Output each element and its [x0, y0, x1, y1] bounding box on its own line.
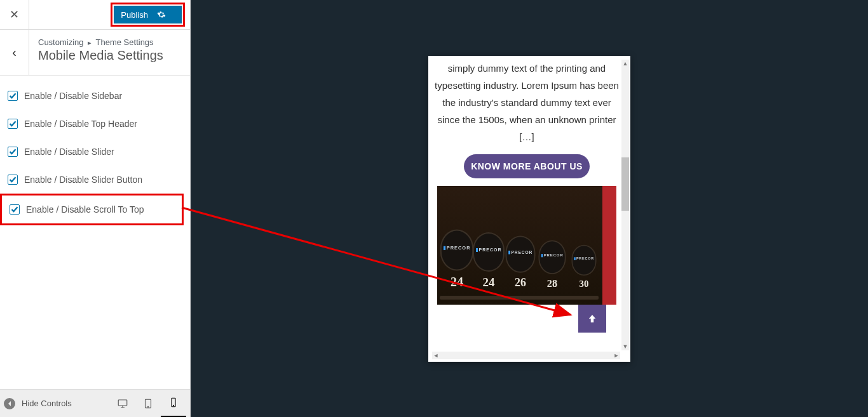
- svg-point-2: [148, 406, 149, 407]
- publish-label: Publish: [121, 10, 148, 20]
- mobile-preview-content[interactable]: simply dummy text of the printing and ty…: [433, 60, 620, 350]
- publish-button[interactable]: Publish: [114, 6, 182, 23]
- crumb-parent: Theme Settings: [96, 37, 154, 47]
- know-more-button[interactable]: KNOW MORE ABOUT US: [464, 154, 590, 178]
- device-tablet-button[interactable]: [135, 390, 161, 418]
- option-label: Enable / Disable Scroll To Top: [26, 204, 144, 215]
- svg-rect-0: [118, 400, 127, 406]
- crumb-root: Customizing: [38, 37, 84, 47]
- chevron-right-icon: ▸: [88, 39, 92, 46]
- breadcrumb-text: Customizing ▸ Theme Settings Mobile Medi…: [29, 30, 172, 75]
- hide-controls-label: Hide Controls: [22, 399, 72, 408]
- mobile-icon: [168, 397, 179, 408]
- mobile-preview-frame: simply dummy text of the printing and ty…: [428, 56, 630, 362]
- checkbox-checked-icon[interactable]: [8, 119, 18, 129]
- scroll-right-icon[interactable]: ►: [613, 352, 620, 359]
- checkbox-checked-icon[interactable]: [8, 175, 18, 185]
- checkbox-checked-icon[interactable]: [8, 147, 18, 157]
- device-preview-switch: [110, 390, 186, 418]
- chevron-left-icon: ‹: [12, 45, 17, 60]
- scroll-down-icon[interactable]: ▼: [621, 343, 629, 350]
- options-list: Enable / Disable Sidebar Enable / Disabl…: [0, 76, 190, 225]
- gear-icon[interactable]: [157, 10, 166, 19]
- checkbox-checked-icon[interactable]: [10, 204, 20, 215]
- option-label: Enable / Disable Sidebar: [24, 91, 122, 101]
- scroll-left-icon[interactable]: ◄: [432, 352, 440, 359]
- preview-area: simply dummy text of the printing and ty…: [191, 0, 868, 417]
- close-icon: ✕: [10, 8, 19, 22]
- vertical-scrollbar[interactable]: ▲ ▼: [621, 60, 629, 350]
- horizontal-scrollbar[interactable]: ◄ ►: [432, 352, 620, 359]
- arrow-up-icon: [587, 312, 598, 325]
- scrollbar-thumb[interactable]: [621, 157, 629, 211]
- checkbox-checked-icon[interactable]: [8, 91, 18, 101]
- svg-point-4: [173, 405, 174, 406]
- breadcrumb-trail: Customizing ▸ Theme Settings: [38, 37, 163, 47]
- option-enable-slider[interactable]: Enable / Disable Slider: [8, 138, 190, 166]
- desktop-icon: [117, 398, 128, 409]
- scroll-up-icon[interactable]: ▲: [621, 60, 629, 67]
- about-paragraph: simply dummy text of the printing and ty…: [433, 60, 620, 150]
- rack-bar: [440, 296, 599, 300]
- customizer-footer: Hide Controls: [0, 389, 190, 417]
- device-desktop-button[interactable]: [110, 390, 135, 418]
- collapse-left-icon: [4, 398, 15, 409]
- option-enable-slider-button[interactable]: Enable / Disable Slider Button: [8, 166, 190, 194]
- option-enable-scroll-to-top[interactable]: Enable / Disable Scroll To Top: [10, 195, 182, 223]
- option-label: Enable / Disable Slider Button: [24, 175, 142, 185]
- about-image: PRECOR24 PRECOR24 PRECOR26 PRECOR28 PREC…: [437, 186, 616, 305]
- option-label: Enable / Disable Slider: [24, 147, 114, 157]
- hide-controls-button[interactable]: Hide Controls: [4, 398, 110, 409]
- option-label: Enable / Disable Top Header: [24, 119, 137, 129]
- option-highlight-box: Enable / Disable Scroll To Top: [0, 194, 184, 225]
- back-button[interactable]: ‹: [0, 30, 29, 75]
- page-title: Mobile Media Settings: [38, 48, 163, 63]
- tablet-icon: [142, 398, 154, 409]
- device-mobile-button[interactable]: [161, 390, 186, 418]
- publish-highlight-box: Publish: [111, 3, 185, 27]
- customizer-sidebar: ✕ Publish ‹ Customizing ▸ Theme Settings…: [0, 0, 191, 417]
- option-enable-top-header[interactable]: Enable / Disable Top Header: [8, 110, 190, 138]
- option-enable-sidebar[interactable]: Enable / Disable Sidebar: [8, 82, 190, 110]
- customizer-topbar: ✕ Publish: [0, 0, 190, 30]
- scroll-to-top-button[interactable]: [578, 305, 606, 333]
- breadcrumb-row: ‹ Customizing ▸ Theme Settings Mobile Me…: [0, 30, 190, 76]
- close-customizer-button[interactable]: ✕: [0, 0, 29, 30]
- dumbbell-row: PRECOR24 PRECOR24 PRECOR26 PRECOR28 PREC…: [441, 232, 597, 289]
